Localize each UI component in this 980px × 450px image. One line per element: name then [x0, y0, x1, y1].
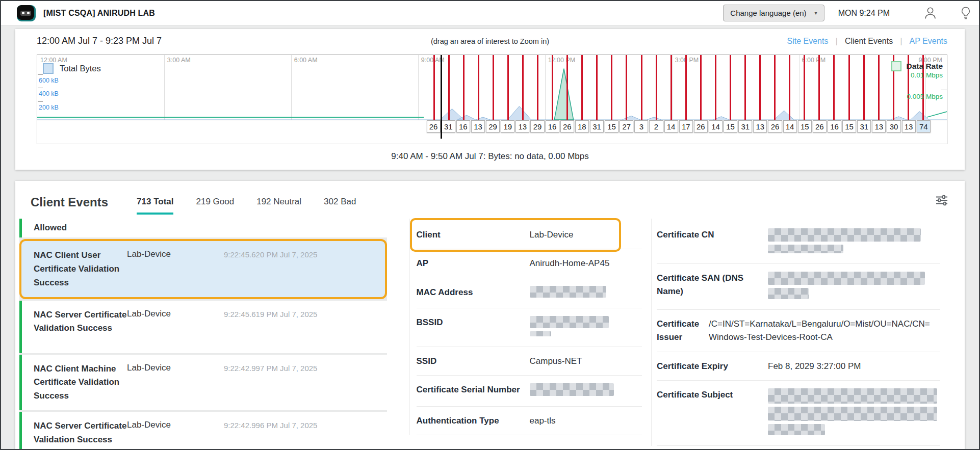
event-count-box[interactable]: 29 [486, 120, 500, 133]
event-count-box[interactable]: 26 [768, 120, 782, 133]
time-axis-label: 12:00 AM [40, 57, 67, 64]
redacted-value-block [768, 407, 937, 421]
event-marker-line [759, 55, 761, 120]
user-account-icon[interactable] [924, 7, 936, 19]
event-count-box[interactable]: 16 [546, 120, 559, 133]
tab-192-neutral[interactable]: 192 Neutral [256, 197, 301, 215]
event-client: Lab-Device [127, 362, 224, 404]
time-range-label: 12:00 AM Jul 7 - 9:23 PM Jul 7 [37, 36, 162, 46]
detail-value: Anirudh-Home-AP45 [530, 257, 642, 270]
mist-logo-icon[interactable] [17, 5, 36, 21]
bytes-axis-tick [38, 74, 43, 75]
site-events-link[interactable]: Site Events [787, 37, 829, 46]
event-count-box[interactable]: 15 [605, 120, 618, 133]
change-language-label: Change language (en) [730, 9, 806, 17]
detail-row-certificate-serial-number: Certificate Serial Number [417, 376, 642, 407]
event-count-row: 2631161329191329162618311527321417261415… [427, 120, 931, 133]
event-list-item[interactable]: NAC Server Certificate Validation Succes… [19, 301, 387, 353]
event-count-box[interactable]: 31 [590, 120, 604, 133]
detail-value [768, 272, 940, 302]
detail-label: SSID [417, 355, 530, 368]
event-list-item[interactable]: NAC Client Machine Certificate Validatio… [19, 355, 387, 411]
total-bytes-legend: Total Bytes [43, 63, 101, 74]
tab-219-good[interactable]: 219 Good [196, 197, 234, 215]
bytes-axis-tick [38, 101, 43, 102]
event-count-box[interactable]: 26 [560, 120, 574, 133]
event-marker-line [448, 55, 450, 120]
event-count-box[interactable]: 15 [724, 120, 737, 133]
event-count-box[interactable]: 14 [664, 120, 678, 133]
detail-row-authentication-type: Authentication Typeeap-tls [417, 407, 642, 435]
event-marker-line [685, 55, 687, 120]
event-marker-line [774, 55, 776, 120]
event-count-box[interactable]: 29 [530, 120, 544, 133]
rate-axis-label: 0.01 Mbps [911, 71, 943, 79]
redacted-value-block [530, 331, 551, 336]
event-count-box[interactable]: 19 [501, 120, 514, 133]
detail-label: Certificate SAN (DNS Name) [657, 272, 768, 302]
mist-logo-face [17, 5, 34, 20]
event-count-box[interactable]: 15 [798, 120, 812, 133]
event-marker-line [670, 55, 672, 120]
event-count-box[interactable]: 13 [515, 120, 529, 133]
time-axis-label: 6:00 PM [802, 57, 826, 64]
client-events-link[interactable]: Client Events [845, 37, 893, 46]
redacted-value-block [768, 424, 825, 435]
event-count-box[interactable]: 31 [442, 120, 455, 133]
event-count-box[interactable]: 27 [620, 120, 633, 133]
event-count-box[interactable]: 26 [427, 120, 441, 133]
event-count-box[interactable]: 30 [887, 120, 900, 133]
redacted-value-block [768, 272, 925, 285]
detail-value [530, 316, 642, 339]
event-count-box[interactable]: 31 [738, 120, 752, 133]
data-rate-swatch-icon [891, 61, 901, 71]
tab-302-bad[interactable]: 302 Bad [324, 197, 356, 215]
event-count-box[interactable]: 74 [917, 120, 931, 133]
event-marker-line [596, 55, 598, 120]
bytes-axis-label: 600 kB [39, 77, 59, 84]
lightbulb-icon[interactable] [961, 7, 971, 20]
event-title: NAC Server Certificate Validation Succes… [34, 308, 127, 346]
event-count-box[interactable]: 31 [857, 120, 871, 133]
event-count-box[interactable]: 18 [575, 120, 589, 133]
ap-events-link[interactable]: AP Events [910, 37, 947, 46]
mist-dashboard-screen: [MIST CSQA] ANIRUDH LAB Change language … [0, 0, 980, 450]
bytes-axis-label: 400 kB [39, 90, 59, 97]
event-timestamp: 9:22:45.620 PM Jul 7, 2025 [224, 249, 317, 290]
event-count-box[interactable]: 2 [649, 120, 663, 133]
event-count-box[interactable]: 26 [694, 120, 708, 133]
event-count-box[interactable]: 26 [813, 120, 827, 133]
event-marker-line [863, 55, 865, 120]
redacted-value-block [768, 245, 843, 253]
event-marker-line [493, 55, 494, 120]
tab-713-total[interactable]: 713 Total [137, 197, 173, 215]
timeline-chart[interactable]: Total Bytes Data Rate 12:00 AM3:00 AM6:0… [37, 55, 947, 144]
event-count-box[interactable]: 14 [783, 120, 797, 133]
event-marker-line [478, 55, 479, 120]
event-list-item[interactable]: NAC Client User Certificate Validation S… [19, 239, 387, 299]
event-marker-line [463, 55, 465, 120]
event-count-box[interactable]: 15 [842, 120, 856, 133]
detail-value: eap-tls [530, 414, 642, 428]
event-count-box[interactable]: 16 [456, 120, 470, 133]
event-marker-line [818, 55, 820, 120]
event-marker-line [522, 55, 524, 120]
mist-logo-eyes [20, 11, 31, 16]
event-count-box[interactable]: 17 [679, 120, 693, 133]
event-count-box[interactable]: 14 [709, 120, 723, 133]
detail-label: BSSID [417, 316, 530, 339]
change-language-button[interactable]: Change language (en) ▾ [723, 5, 824, 21]
client-events-card: Client Events 713 Total219 Good192 Neutr… [15, 181, 965, 450]
total-bytes-legend-label: Total Bytes [60, 64, 101, 73]
event-count-box[interactable]: 13 [753, 120, 767, 133]
event-count-box[interactable]: 16 [828, 120, 841, 133]
event-count-box[interactable]: 13 [471, 120, 485, 133]
event-count-box[interactable]: 13 [872, 120, 886, 133]
event-marker-line [566, 55, 568, 120]
event-group-allowed: Allowed [19, 219, 387, 237]
event-list-item[interactable]: NAC Server Certificate Validation Succes… [19, 412, 387, 450]
event-count-box[interactable]: 13 [902, 120, 916, 133]
table-settings-icon[interactable] [934, 194, 949, 208]
event-marker-line [700, 55, 702, 120]
event-count-box[interactable]: 3 [634, 120, 648, 133]
